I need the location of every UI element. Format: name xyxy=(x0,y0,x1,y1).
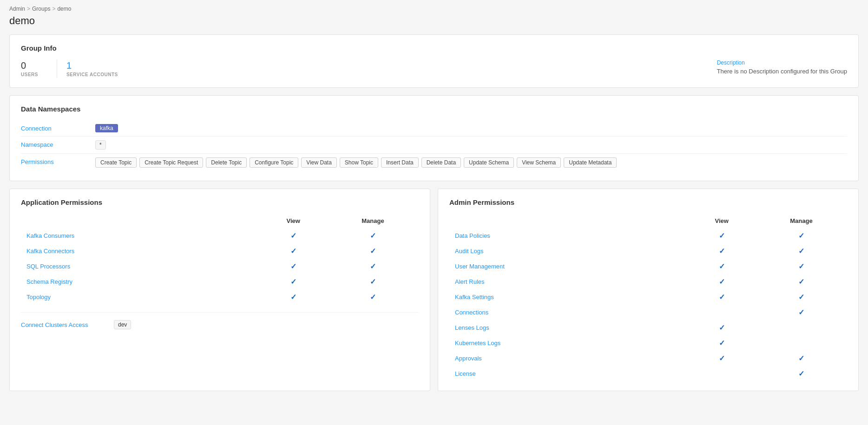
app-manage-check: ✓ xyxy=(327,243,419,259)
namespace-label: Namespace xyxy=(21,140,95,148)
namespace-badge: * xyxy=(95,140,106,150)
admin-manage-check xyxy=(756,335,847,351)
app-perm-name: Schema Registry xyxy=(21,274,260,289)
app-perm-name: Kafka Connectors xyxy=(21,243,260,259)
connection-badge: kafka xyxy=(95,124,118,132)
breadcrumb: Admin > Groups > demo xyxy=(9,6,859,12)
table-row: Connections ✓ xyxy=(449,305,847,320)
permission-pill: Update Schema xyxy=(464,157,514,168)
admin-view-check: ✓ xyxy=(688,289,756,305)
permission-pill: Insert Data xyxy=(381,157,419,168)
admin-manage-check: ✓ xyxy=(756,274,847,289)
admin-perm-name: Lenses Logs xyxy=(449,320,688,335)
connection-value: kafka xyxy=(95,124,118,132)
table-row: Audit Logs ✓ ✓ xyxy=(449,243,847,259)
data-namespaces-card: Data Namespaces Connection kafka Namespa… xyxy=(9,95,859,181)
table-row: SQL Processors ✓ ✓ xyxy=(21,259,419,274)
admin-manage-check: ✓ xyxy=(756,228,847,243)
table-row: Kafka Settings ✓ ✓ xyxy=(449,289,847,305)
permissions-row: Permissions Create TopicCreate Topic Req… xyxy=(21,154,847,171)
admin-view-check: ✓ xyxy=(688,320,756,335)
data-namespaces-title: Data Namespaces xyxy=(21,105,847,113)
admin-view-check: ✓ xyxy=(688,351,756,366)
description-label: Description xyxy=(717,59,847,66)
app-perm-name: Kafka Consumers xyxy=(21,228,260,243)
admin-view-check xyxy=(688,366,756,381)
app-manage-check: ✓ xyxy=(327,289,419,305)
permission-pill: Create Topic Request xyxy=(139,157,203,168)
group-stats: 0 USERS 1 SERVICE ACCOUNTS xyxy=(21,59,127,78)
application-permissions-card: Application Permissions View Manage Kafk… xyxy=(9,189,430,391)
app-view-check: ✓ xyxy=(260,228,327,243)
page-container: Admin > Groups > demo demo Group Info 0 … xyxy=(0,0,868,400)
app-permissions-table: View Manage Kafka Consumers ✓ ✓ Kafka Co… xyxy=(21,214,419,305)
table-row: Topology ✓ ✓ xyxy=(21,289,419,305)
app-view-check: ✓ xyxy=(260,274,327,289)
admin-manage-check: ✓ xyxy=(756,243,847,259)
service-accounts-stat: 1 SERVICE ACCOUNTS xyxy=(66,60,127,77)
admin-view-check: ✓ xyxy=(688,335,756,351)
table-row: Kafka Consumers ✓ ✓ xyxy=(21,228,419,243)
permissions-label: Permissions xyxy=(21,157,95,165)
admin-view-check: ✓ xyxy=(688,228,756,243)
admin-view-check: ✓ xyxy=(688,259,756,274)
group-info-content: 0 USERS 1 SERVICE ACCOUNTS Description T… xyxy=(21,59,847,78)
connection-label: Connection xyxy=(21,124,95,132)
app-manage-check: ✓ xyxy=(327,228,419,243)
app-manage-check: ✓ xyxy=(327,259,419,274)
admin-manage-check: ✓ xyxy=(756,366,847,381)
group-info-card: Group Info 0 USERS 1 SERVICE ACCOUNTS De… xyxy=(9,34,859,88)
breadcrumb-demo: demo xyxy=(57,6,71,12)
app-col-manage: Manage xyxy=(327,214,419,228)
app-divider xyxy=(21,312,419,313)
admin-view-check xyxy=(688,305,756,320)
table-row: Lenses Logs ✓ xyxy=(449,320,847,335)
admin-perm-name: Kafka Settings xyxy=(449,289,688,305)
admin-manage-check: ✓ xyxy=(756,289,847,305)
service-accounts-count: 1 xyxy=(66,60,118,71)
admin-col-view: View xyxy=(688,214,756,228)
permission-pill: Delete Data xyxy=(421,157,461,168)
description-section: Description There is no Description conf… xyxy=(717,59,847,75)
permission-pill: Configure Topic xyxy=(250,157,298,168)
namespace-value: * xyxy=(95,140,106,150)
admin-permissions-card: Admin Permissions View Manage Data Polic… xyxy=(438,189,859,391)
connect-cluster-label: Connect Clusters Access xyxy=(21,321,114,328)
breadcrumb-groups[interactable]: Groups xyxy=(32,6,50,12)
table-row: User Management ✓ ✓ xyxy=(449,259,847,274)
users-label: USERS xyxy=(21,72,38,77)
table-row: Data Policies ✓ ✓ xyxy=(449,228,847,243)
admin-perm-name: Audit Logs xyxy=(449,243,688,259)
admin-perm-name: Connections xyxy=(449,305,688,320)
users-stat: 0 USERS xyxy=(21,60,47,77)
admin-col-name xyxy=(449,214,688,228)
connection-row: Connection kafka xyxy=(21,120,847,137)
admin-manage-check xyxy=(756,320,847,335)
permissions-value: Create TopicCreate Topic RequestDelete T… xyxy=(95,157,617,168)
connect-cluster-badge: dev xyxy=(114,320,131,329)
table-row: Approvals ✓ ✓ xyxy=(449,351,847,366)
app-col-name xyxy=(21,214,260,228)
admin-manage-check: ✓ xyxy=(756,351,847,366)
app-perm-name: Topology xyxy=(21,289,260,305)
permission-pill: View Schema xyxy=(517,157,561,168)
admin-manage-check: ✓ xyxy=(756,259,847,274)
permission-pill: View Data xyxy=(301,157,336,168)
app-perm-name: SQL Processors xyxy=(21,259,260,274)
group-info-title: Group Info xyxy=(21,44,847,52)
app-view-check: ✓ xyxy=(260,243,327,259)
description-text: There is no Description configured for t… xyxy=(717,68,847,75)
permission-pill: Show Topic xyxy=(340,157,378,168)
users-count: 0 xyxy=(21,60,38,71)
table-row: Alert Rules ✓ ✓ xyxy=(449,274,847,289)
app-permissions-title: Application Permissions xyxy=(21,198,419,206)
admin-perm-name: License xyxy=(449,366,688,381)
breadcrumb-admin[interactable]: Admin xyxy=(9,6,25,12)
admin-perm-name: Alert Rules xyxy=(449,274,688,289)
admin-perm-name: User Management xyxy=(449,259,688,274)
admin-permissions-table: View Manage Data Policies ✓ ✓ Audit Logs… xyxy=(449,214,847,381)
admin-perm-name: Kubernetes Logs xyxy=(449,335,688,351)
admin-col-manage: Manage xyxy=(756,214,847,228)
table-row: Schema Registry ✓ ✓ xyxy=(21,274,419,289)
bottom-cards: Application Permissions View Manage Kafk… xyxy=(9,189,859,391)
